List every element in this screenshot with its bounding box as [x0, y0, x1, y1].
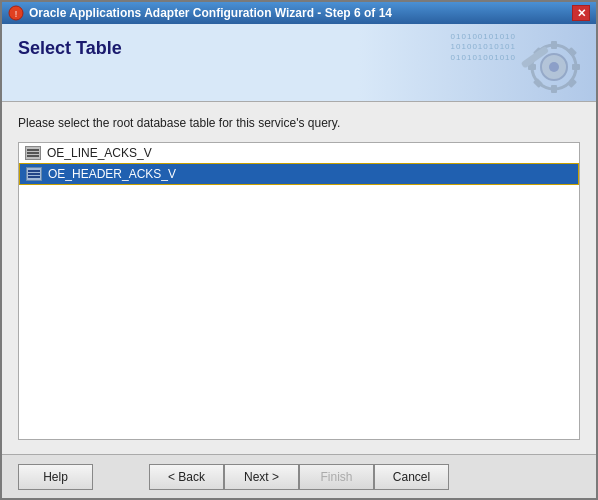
next-button[interactable]: Next >: [224, 464, 299, 490]
svg-rect-5: [551, 41, 557, 49]
page-title: Select Table: [18, 38, 580, 59]
footer-wrapper: Help < Back Next > Finish Cancel: [2, 464, 596, 490]
title-bar: ! Oracle Applications Adapter Configurat…: [2, 2, 596, 24]
gear-icon: [516, 29, 586, 97]
content-area: Please select the root database table fo…: [2, 102, 596, 454]
instructions-text: Please select the root database table fo…: [18, 116, 580, 130]
table-row[interactable]: OE_LINE_ACKS_V: [19, 143, 579, 163]
header-panel: Select Table 010100101010 101001010101 0…: [2, 24, 596, 102]
title-bar-left: ! Oracle Applications Adapter Configurat…: [8, 5, 392, 21]
table-row-label: OE_LINE_ACKS_V: [47, 146, 152, 160]
close-button[interactable]: ✕: [572, 5, 590, 21]
svg-rect-8: [572, 64, 580, 70]
help-button[interactable]: Help: [18, 464, 93, 490]
svg-text:!: !: [15, 9, 18, 19]
cancel-button[interactable]: Cancel: [374, 464, 449, 490]
table-list[interactable]: OE_LINE_ACKS_V OE_HEADER_ACKS_V: [18, 142, 580, 440]
svg-rect-6: [551, 85, 557, 93]
main-window: ! Oracle Applications Adapter Configurat…: [0, 0, 598, 500]
finish-button: Finish: [299, 464, 374, 490]
footer: Help < Back Next > Finish Cancel: [2, 454, 596, 498]
app-icon: !: [8, 5, 24, 21]
table-row[interactable]: OE_HEADER_ACKS_V: [19, 163, 579, 185]
title-bar-text: Oracle Applications Adapter Configuratio…: [29, 6, 392, 20]
table-icon: [26, 167, 42, 181]
table-icon: [25, 146, 41, 160]
svg-rect-12: [567, 78, 577, 88]
svg-point-4: [549, 62, 559, 72]
back-button[interactable]: < Back: [149, 464, 224, 490]
table-row-label: OE_HEADER_ACKS_V: [48, 167, 176, 181]
